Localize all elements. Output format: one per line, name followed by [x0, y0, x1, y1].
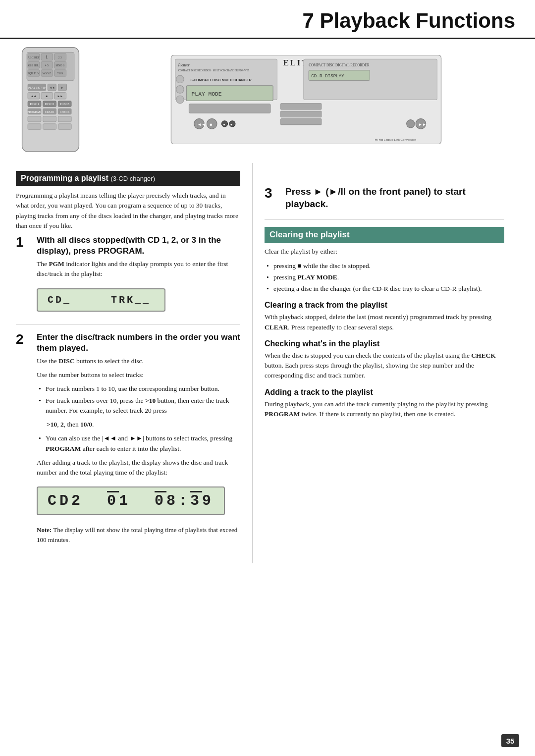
svg-text:COMPACT DISC DIGITAL RECORDER: COMPACT DISC DIGITAL RECORDER: [309, 63, 370, 67]
step-2-bullet-list: For track numbers 1 to 10, use the corre…: [37, 384, 240, 416]
step-2-content: Enter the disc/track numbers in the orde…: [37, 332, 240, 549]
svg-text:CHECK: CHECK: [60, 110, 70, 113]
step-3-number: 3: [265, 186, 280, 201]
bullet-1: For track numbers 1 to 10, use the corre…: [37, 384, 240, 394]
step-1-desc: The PGM indicator lights and the display…: [37, 259, 240, 279]
step-1-content: With all discs stopped(with CD 1, 2, or …: [37, 235, 240, 318]
svg-text:2 3: 2 3: [58, 56, 62, 59]
lcd-display-2: CD2 01 08:39: [37, 486, 225, 515]
step-2-bullet-list-2: You can also use the |◄◄ and ►►| buttons…: [37, 433, 240, 454]
step-1-title: With all discs stopped(with CD 1, 2, or …: [37, 235, 240, 257]
svg-rect-46: [58, 116, 71, 121]
svg-rect-45: [43, 116, 56, 121]
svg-text:Hi-Md Legato Link Conversion: Hi-Md Legato Link Conversion: [375, 138, 416, 141]
svg-text:PLAY 180 >10: PLAY 180 >10: [28, 86, 46, 89]
svg-text:1: 1: [46, 55, 48, 59]
svg-text:PQR TUV: PQR TUV: [27, 72, 40, 75]
svg-text:MNO 6: MNO 6: [55, 64, 64, 67]
svg-text:GHI JKL: GHI JKL: [28, 64, 39, 67]
checking-heading: Checking what's in the playlist: [265, 339, 504, 348]
svg-point-75: [407, 120, 415, 128]
right-column: 3 Press ► (►/II on the front panel) to s…: [253, 163, 520, 563]
step-1: 1 With all discs stopped(with CD 1, 2, o…: [16, 235, 240, 318]
divider-1: [16, 324, 240, 325]
svg-text:◄◄: ◄◄: [31, 95, 36, 98]
svg-text:●: ●: [230, 123, 232, 127]
cd-player-image: Pioneer COMPACT DISC RECORDER · MULTI-CD…: [93, 55, 519, 144]
svg-text:3-COMPACT DISC MULTI CHANGER: 3-COMPACT DISC MULTI CHANGER: [191, 78, 252, 82]
step-3: 3 Press ► (►/II on the front panel) to s…: [265, 186, 504, 213]
step-2-desc2: Use the number buttons to select tracks:: [37, 370, 240, 380]
svg-text:CD-R DISPLAY: CD-R DISPLAY: [311, 73, 344, 79]
svg-rect-56: [176, 86, 184, 93]
svg-text:4 5: 4 5: [45, 64, 49, 67]
checking-text: When the disc is stopped you can check t…: [265, 351, 504, 381]
svg-rect-78: [281, 104, 321, 109]
step-2-title: Enter the disc/track numbers in the orde…: [37, 332, 240, 354]
svg-text:●: ●: [223, 123, 225, 127]
clearing-track-heading: Clearing a track from the playlist: [265, 301, 504, 310]
svg-rect-49: [58, 124, 71, 129]
svg-rect-48: [43, 124, 56, 129]
svg-text:DISC2: DISC2: [45, 102, 54, 106]
svg-text:■: ■: [46, 95, 48, 98]
svg-rect-80: [281, 119, 321, 125]
clearing-intro: Clear the playlist by either:: [265, 247, 504, 257]
step-2-after: After adding a track to the playlist, th…: [37, 458, 240, 478]
clearing-bullet-1: pressing ■ while the disc is stopped.: [265, 261, 504, 271]
divider-2: [265, 219, 504, 220]
svg-text:DISC1: DISC1: [30, 102, 39, 106]
clearing-track-text: With playback stopped, delete the last (…: [265, 312, 504, 332]
main-content: Programming a playlist (3-CD changer) Pr…: [0, 163, 535, 563]
svg-text:PLAY MODE: PLAY MODE: [192, 91, 222, 97]
svg-text:Pioneer: Pioneer: [178, 63, 190, 67]
svg-rect-55: [176, 75, 184, 83]
bullet-2: For track numbers over 10, press the >10…: [37, 396, 240, 416]
svg-text:|◄◄: |◄◄: [197, 122, 206, 127]
svg-rect-61: [189, 104, 270, 113]
adding-text: During playback, you can add the track c…: [265, 399, 504, 420]
svg-text:PROGRAM: PROGRAM: [27, 110, 41, 113]
page-number: 35: [501, 734, 519, 747]
step-3-title: Press ► (►/II on the front panel) to sta…: [285, 186, 504, 210]
step-3-content: Press ► (►/II on the front panel) to sta…: [285, 186, 504, 213]
svg-text:■: ■: [210, 122, 213, 127]
svg-text:ABC REF: ABC REF: [28, 56, 40, 59]
lcd-display-1: CD_ TRK__: [37, 288, 165, 312]
clearing-bullets: pressing ■ while the disc is stopped. pr…: [265, 261, 504, 294]
svg-text:CLEAR: CLEAR: [45, 110, 54, 113]
playlist-intro: Programming a playlist means telling the…: [16, 191, 240, 231]
svg-text:7 8 9: 7 8 9: [57, 72, 63, 75]
svg-text:►►: ►►: [418, 122, 426, 127]
svg-text:►: ►: [61, 86, 64, 89]
clearing-playlist-heading: Clearing the playlist: [265, 227, 504, 243]
device-images: ABC REF 1 2 3 GHI JKL 4 5 MNO 6 PQR TUV …: [0, 39, 535, 154]
svg-rect-57: [176, 96, 184, 103]
svg-text:WXYZ: WXYZ: [43, 72, 52, 75]
step-2: 2 Enter the disc/track numbers in the or…: [16, 332, 240, 549]
page-header: 7 Playback Functions: [0, 0, 535, 39]
step-1-number: 1: [16, 235, 32, 250]
indent-example: >10, 2, then 10/0.: [37, 420, 240, 430]
svg-rect-47: [28, 124, 41, 129]
remote-control-image: ABC REF 1 2 3 GHI JKL 4 5 MNO 6 PQR TUV …: [16, 45, 85, 154]
svg-rect-79: [281, 111, 321, 117]
left-column: Programming a playlist (3-CD changer) Pr…: [0, 163, 253, 563]
page-title: 7 Playback Functions: [20, 9, 515, 33]
svg-rect-44: [28, 116, 41, 121]
svg-text:DISC3: DISC3: [60, 102, 69, 106]
svg-text:►►: ►►: [57, 95, 62, 98]
bullet-3: You can also use the |◄◄ and ►►| buttons…: [37, 433, 240, 454]
step-2-number: 2: [16, 332, 32, 347]
programming-playlist-heading: Programming a playlist (3-CD changer): [16, 171, 240, 186]
clearing-bullet-3: ejecting a disc in the changer (or the C…: [265, 284, 504, 294]
clearing-bullet-2: pressing PLAY MODE.: [265, 272, 504, 282]
step-2-desc1: Use the DISC buttons to select the disc.: [37, 356, 240, 366]
note-text: Note: The display will not show the tota…: [37, 525, 240, 544]
svg-text:◄◄: ◄◄: [49, 86, 54, 89]
svg-text:COMPACT DISC RECORDER · MULTI-: COMPACT DISC RECORDER · MULTI-CD CHANGER…: [178, 69, 250, 72]
adding-heading: Adding a track to the playlist: [265, 388, 504, 397]
